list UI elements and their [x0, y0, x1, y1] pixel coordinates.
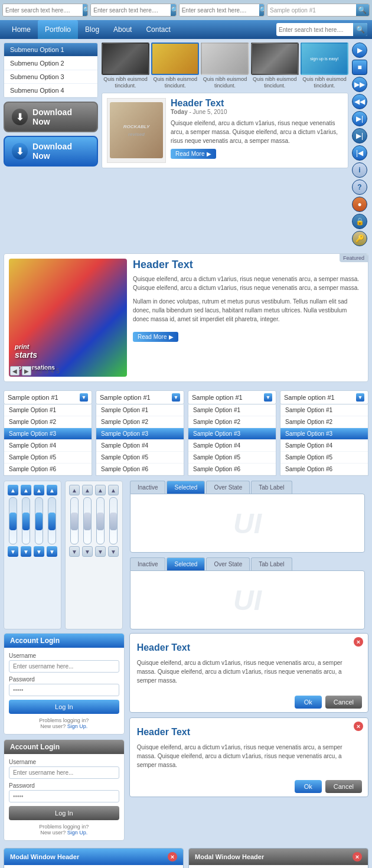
nav-blog[interactable]: Blog — [78, 20, 106, 39]
slider-up-5[interactable]: ▲ — [69, 485, 80, 495]
rbtn-play[interactable]: ▶ — [352, 43, 367, 58]
slider-down-2[interactable]: ▼ — [21, 546, 31, 557]
username-input-2[interactable] — [9, 766, 119, 779]
slider-down-6[interactable]: ▼ — [82, 546, 93, 557]
download-btn-gray[interactable]: ⬇ Download Now — [4, 102, 98, 132]
tab-inactive-2[interactable]: Inactive — [130, 557, 165, 570]
dd1-opt3[interactable]: Sample Option #3 — [4, 428, 92, 440]
dropdown-header-4[interactable]: Sample option #1 ▼ — [280, 390, 368, 404]
rbtn-dot[interactable]: ● — [352, 197, 367, 212]
tab-over-1[interactable]: Over State — [206, 481, 250, 494]
pag-3[interactable]: 3 — [45, 368, 48, 374]
nav-contact[interactable]: Contact — [139, 20, 177, 39]
search-btn-3[interactable]: 🔍 — [259, 4, 265, 17]
slider-up-6[interactable]: ▲ — [82, 485, 93, 495]
thumb-5[interactable]: sign up is easy! Quis nibh euismod tinci… — [301, 43, 348, 89]
rbtn-key[interactable]: 🔑 — [352, 231, 367, 246]
slider-track-1[interactable] — [9, 497, 17, 544]
rbtn-lock[interactable]: 🔒 — [352, 214, 367, 229]
tab-label-2[interactable]: Tab Label — [251, 557, 292, 570]
submenu-item-3[interactable]: Submenu Option 3 — [4, 70, 97, 84]
slider-up-8[interactable]: ▲ — [108, 485, 119, 495]
slider-track-2[interactable] — [22, 497, 30, 544]
rm-ok-1[interactable]: Ok — [295, 696, 322, 709]
slider-up-1[interactable]: ▲ — [8, 485, 18, 495]
featured-read-more[interactable]: Read More ▶ — [133, 332, 178, 342]
tab-inactive-1[interactable]: Inactive — [130, 481, 165, 494]
slider-down-1[interactable]: ▼ — [8, 546, 18, 557]
rm-close-1[interactable]: × — [354, 637, 363, 647]
rbtn-prev[interactable]: |◀ — [352, 145, 367, 161]
dd1-opt2[interactable]: Sample Option #2 — [4, 416, 92, 428]
slider-up-7[interactable]: ▲ — [95, 485, 106, 495]
dd3-opt3[interactable]: Sample Option #3 — [188, 428, 276, 440]
dd2-opt4[interactable]: Sample Option #4 — [96, 440, 184, 452]
password-input-2[interactable] — [9, 790, 119, 802]
rbtn-info[interactable]: i — [352, 162, 367, 178]
slider-track-6[interactable] — [83, 497, 92, 544]
dd3-opt1[interactable]: Sample Option #1 — [188, 404, 276, 416]
tab-over-2[interactable]: Over State — [206, 557, 250, 570]
slider-down-5[interactable]: ▼ — [69, 546, 80, 557]
read-more-btn[interactable]: Read More ▶ — [171, 149, 216, 159]
dd1-opt1[interactable]: Sample Option #1 — [4, 404, 92, 416]
search-btn-2[interactable]: 🔍 — [171, 4, 176, 17]
search-btn-1[interactable]: 🔍 — [83, 4, 88, 17]
username-input-1[interactable] — [9, 660, 119, 673]
dd4-opt2[interactable]: Sample Option #2 — [280, 416, 368, 428]
dropdown-header-3[interactable]: Sample option #1 ▼ — [188, 390, 276, 404]
dd3-opt2[interactable]: Sample Option #2 — [188, 416, 276, 428]
rm-cancel-2[interactable]: Cancel — [325, 780, 362, 793]
search-input-3[interactable] — [180, 4, 259, 16]
slider-track-3[interactable] — [35, 497, 43, 544]
rm-cancel-1[interactable]: Cancel — [325, 696, 362, 709]
rm-close-2[interactable]: × — [354, 722, 363, 731]
submenu-item-4[interactable]: Submenu Option 4 — [4, 84, 97, 97]
submenu-item-2[interactable]: Submenu Option 2 — [4, 57, 97, 70]
login-btn-2[interactable]: Log In — [9, 806, 119, 820]
slider-down-7[interactable]: ▼ — [95, 546, 106, 557]
search-input-4[interactable] — [267, 4, 356, 16]
dropdown-header-2[interactable]: Sample option #1 ▼ — [96, 390, 184, 404]
slider-down-8[interactable]: ▼ — [108, 546, 119, 557]
search-input-2[interactable] — [91, 4, 171, 16]
nav-home[interactable]: Home — [5, 20, 38, 39]
tab-selected-1[interactable]: Selected — [167, 481, 205, 494]
slider-down-4[interactable]: ▼ — [47, 546, 57, 557]
pag-5[interactable]: 5 — [56, 368, 60, 374]
slider-up-3[interactable]: ▲ — [34, 485, 44, 495]
pag-next[interactable]: ▶ — [22, 366, 31, 376]
tab-label-1[interactable]: Tab Label — [251, 481, 292, 494]
pag-prev[interactable]: ◀ — [10, 366, 19, 376]
search-input-1[interactable] — [3, 4, 83, 16]
thumb-2[interactable]: Quis nibh euismod tincidunt. — [151, 43, 199, 89]
nav-search-input[interactable] — [276, 27, 353, 33]
thumb-1[interactable]: Quis nibh euismod tincidunt. — [102, 43, 149, 89]
rbtn-help[interactable]: ? — [352, 180, 367, 195]
dd4-opt1[interactable]: Sample Option #1 — [280, 404, 368, 416]
dd2-opt5[interactable]: Sample Option #5 — [96, 452, 184, 464]
pag-4[interactable]: 4 — [51, 368, 54, 374]
rbtn-rewind[interactable]: ◀◀ — [352, 94, 367, 109]
signup-link-1[interactable]: Sign Up. — [67, 723, 88, 729]
slider-track-7[interactable] — [96, 497, 105, 544]
password-input-1[interactable] — [9, 684, 119, 696]
dd2-opt6[interactable]: Sample Option #6 — [96, 464, 184, 475]
pag-1[interactable]: 1 — [34, 368, 37, 374]
submenu-item-1[interactable]: Submenu Option 1 — [4, 43, 97, 57]
modal-close-blue[interactable]: × — [168, 852, 177, 862]
dd4-opt4[interactable]: Sample Option #4 — [280, 440, 368, 452]
dd4-opt3[interactable]: Sample Option #3 — [280, 428, 368, 440]
thumb-3[interactable]: Quis nibh euismod tincidunt. — [201, 43, 249, 89]
pag-2[interactable]: 2 — [40, 368, 43, 374]
rbtn-next[interactable]: ▶| — [352, 111, 367, 126]
dd1-opt5[interactable]: Sample Option #5 — [4, 452, 92, 464]
nav-portfolio[interactable]: Portfolio — [38, 20, 78, 39]
rbtn-stop[interactable]: ■ — [352, 60, 367, 75]
dd2-opt1[interactable]: Sample Option #1 — [96, 404, 184, 416]
rbtn-next2[interactable]: ▶| — [352, 128, 367, 143]
slider-track-5[interactable] — [70, 497, 79, 544]
slider-up-2[interactable]: ▲ — [21, 485, 31, 495]
dd2-opt3[interactable]: Sample Option #3 — [96, 428, 184, 440]
signup-link-2[interactable]: Sign Up. — [67, 830, 88, 836]
